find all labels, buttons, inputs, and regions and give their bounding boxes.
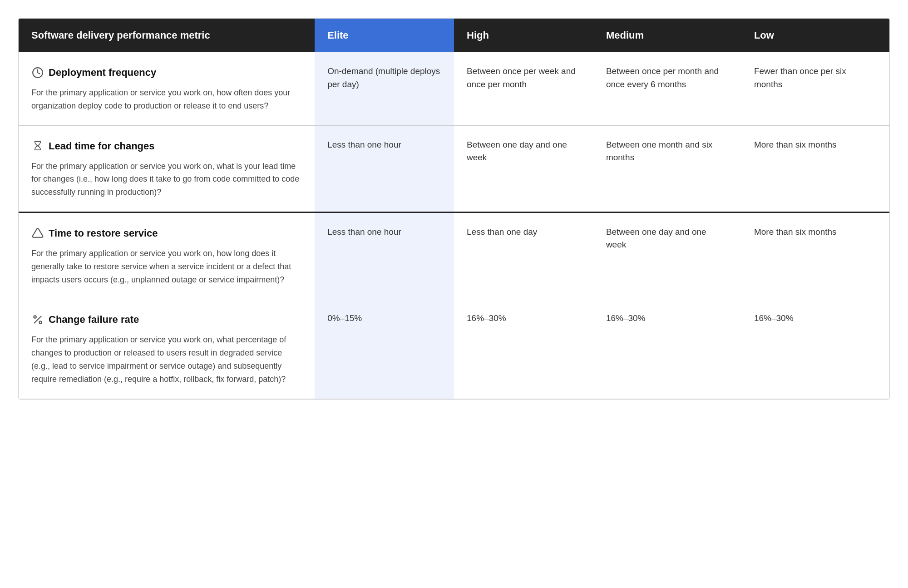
low-value-deployment-frequency: Fewer than once per six months <box>741 52 889 125</box>
high-value-lead-time-for-changes: Between one day and one week <box>454 125 593 212</box>
metric-cell-lead-time-for-changes: Lead time for changes For the primary ap… <box>19 125 315 212</box>
triangle-icon <box>31 227 44 239</box>
elite-value-deployment-frequency: On-demand (multiple deploys per day) <box>315 52 454 125</box>
clock-icon <box>31 66 44 79</box>
svg-line-1 <box>34 316 41 323</box>
elite-value-time-to-restore-service: Less than one hour <box>315 212 454 299</box>
elite-value-lead-time-for-changes: Less than one hour <box>315 125 454 212</box>
medium-value-change-failure-rate: 16%–30% <box>593 299 741 399</box>
medium-value-lead-time-for-changes: Between one month and six months <box>593 125 741 212</box>
performance-table: Software delivery performance metric Eli… <box>18 18 890 400</box>
high-value-time-to-restore-service: Less than one day <box>454 212 593 299</box>
svg-point-2 <box>34 316 36 318</box>
hourglass-icon <box>31 139 44 152</box>
medium-col-header: Medium <box>593 19 741 52</box>
table-row-lead-time-for-changes: Lead time for changes For the primary ap… <box>19 125 889 212</box>
metric-cell-change-failure-rate: Change failure rate For the primary appl… <box>19 299 315 399</box>
metric-col-header: Software delivery performance metric <box>19 19 315 52</box>
elite-value-change-failure-rate: 0%–15% <box>315 299 454 399</box>
medium-value-deployment-frequency: Between once per month and once every 6 … <box>593 52 741 125</box>
elite-col-header: Elite <box>315 19 454 52</box>
high-value-change-failure-rate: 16%–30% <box>454 299 593 399</box>
metric-desc-time-to-restore-service: For the primary application or service y… <box>31 247 302 286</box>
table-row-change-failure-rate: Change failure rate For the primary appl… <box>19 299 889 399</box>
metric-desc-change-failure-rate: For the primary application or service y… <box>31 333 302 385</box>
metric-desc-deployment-frequency: For the primary application or service y… <box>31 86 302 113</box>
low-value-change-failure-rate: 16%–30% <box>741 299 889 399</box>
metric-title-change-failure-rate: Change failure rate <box>31 312 302 327</box>
metric-title-deployment-frequency: Deployment frequency <box>31 65 302 80</box>
metric-title-lead-time-for-changes: Lead time for changes <box>31 138 302 153</box>
low-col-header: Low <box>741 19 889 52</box>
low-value-lead-time-for-changes: More than six months <box>741 125 889 212</box>
svg-point-3 <box>39 321 41 323</box>
table-row-deployment-frequency: Deployment frequency For the primary app… <box>19 52 889 125</box>
high-value-deployment-frequency: Between once per week and once per month <box>454 52 593 125</box>
percent-icon <box>31 313 44 326</box>
metric-cell-time-to-restore-service: Time to restore service For the primary … <box>19 212 315 299</box>
metric-desc-lead-time-for-changes: For the primary application or service y… <box>31 160 302 199</box>
high-col-header: High <box>454 19 593 52</box>
metric-cell-deployment-frequency: Deployment frequency For the primary app… <box>19 52 315 125</box>
table-row-time-to-restore-service: Time to restore service For the primary … <box>19 212 889 299</box>
medium-value-time-to-restore-service: Between one day and one week <box>593 212 741 299</box>
low-value-time-to-restore-service: More than six months <box>741 212 889 299</box>
metric-title-time-to-restore-service: Time to restore service <box>31 226 302 241</box>
